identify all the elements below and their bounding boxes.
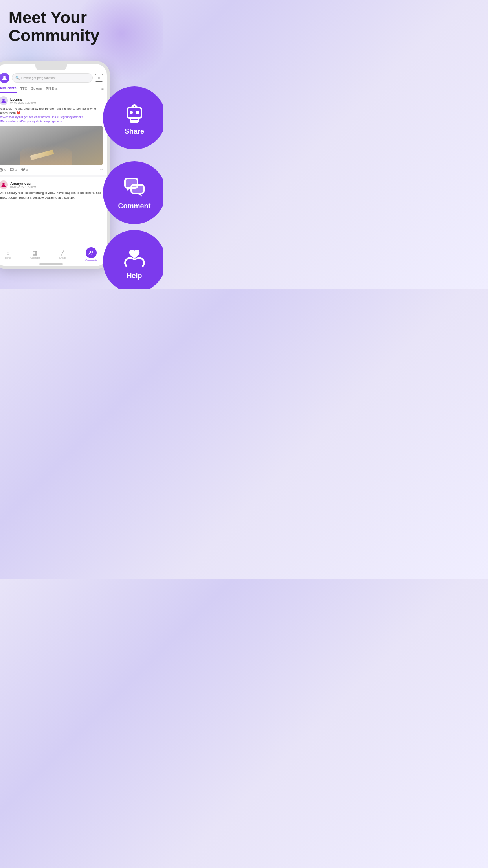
tab-stress[interactable]: Stress <box>31 86 42 92</box>
nav-community-label: Community <box>85 259 97 261</box>
post-card-2: Anonymous 04-08-2022 10:20PM Ok. I alrea… <box>0 177 107 204</box>
post-2-avatar <box>0 180 8 189</box>
post-more-icon[interactable]: ··· <box>100 167 103 172</box>
post-1-text: Just took my last pregnancy test before … <box>0 107 103 123</box>
action-views: 6 <box>0 168 6 172</box>
svg-rect-16 <box>131 185 144 193</box>
action-likes: 3 <box>21 168 28 172</box>
app-logo-icon <box>1 75 7 81</box>
nav-charts[interactable]: ╱ Charts <box>59 250 66 259</box>
views-count: 6 <box>4 168 6 171</box>
post-1-actions: 6 1 3 ··· <box>0 167 103 172</box>
svg-point-1 <box>2 99 5 101</box>
post-2-text: Ok. I already feel like something is wro… <box>0 191 103 199</box>
tabs-bar: New Posts TTC Stress RN Dia ≡ <box>0 85 107 93</box>
help-circle[interactable]: Help <box>103 230 163 289</box>
tab-new-posts[interactable]: New Posts <box>0 86 17 93</box>
post-2-meta: Anonymous 04-08-2022 10:20PM <box>10 182 36 188</box>
share-label: Share <box>125 127 144 136</box>
comment-circle[interactable]: Comment <box>103 161 163 224</box>
tab-more-icon[interactable]: ≡ <box>101 87 104 92</box>
search-bar[interactable]: 🔍 How to get pregnant fast <box>12 73 93 83</box>
post-1-meta: Louisa 04-08-2022 10:20PM <box>10 97 36 104</box>
community-nav-icon <box>88 250 94 256</box>
hero-line1: Meet Your <box>9 9 99 27</box>
comment-icon <box>123 175 146 199</box>
community-nav-dot <box>86 247 97 258</box>
post-1-header: Louisa 04-08-2022 10:20PM <box>0 96 103 105</box>
svg-point-5 <box>2 183 5 185</box>
help-label: Help <box>127 272 142 280</box>
bottom-nav: ⌂ Home ▦ Calendar ╱ Charts <box>0 245 107 266</box>
post-2-author: Anonymous <box>10 182 36 186</box>
nav-home-label: Home <box>5 257 11 259</box>
svg-rect-4 <box>10 168 13 171</box>
svg-rect-8 <box>127 108 141 118</box>
svg-point-7 <box>92 251 93 253</box>
comments-count: 1 <box>15 168 17 171</box>
phone-frame: 🔍 How to get pregnant fast ✉ New Posts T… <box>0 61 110 269</box>
home-nav-icon: ⌂ <box>6 250 9 256</box>
post-1-avatar <box>0 96 8 105</box>
nav-community[interactable]: Community <box>85 247 97 261</box>
phone-home-bar <box>39 263 63 265</box>
comment-label: Comment <box>118 202 150 210</box>
post-1-tags: #5Weeks4Days #DyeStealer #PremomTips #Pr… <box>0 115 103 123</box>
post-1-image <box>0 126 103 165</box>
likes-count: 3 <box>26 168 28 171</box>
svg-point-3 <box>1 169 2 170</box>
app-avatar <box>0 73 9 83</box>
post-1-author: Louisa <box>10 97 36 101</box>
svg-point-9 <box>130 111 133 114</box>
share-icon <box>123 101 146 124</box>
action-comments: 1 <box>10 168 17 172</box>
calendar-nav-icon: ▦ <box>33 250 38 256</box>
post-1-date: 04-08-2022 10:20PM <box>10 101 36 104</box>
help-icon <box>122 243 147 268</box>
post-2-date: 04-08-2022 10:20PM <box>10 186 36 188</box>
nav-charts-label: Charts <box>59 257 66 259</box>
nav-calendar-label: Calendar <box>30 257 40 259</box>
svg-point-10 <box>136 111 139 114</box>
mail-icon[interactable]: ✉ <box>95 74 103 82</box>
hero-text: Meet Your Community <box>9 9 99 45</box>
tab-rn-dia[interactable]: RN Dia <box>46 86 58 92</box>
search-icon: 🔍 <box>15 76 20 80</box>
tab-ttc[interactable]: TTC <box>20 86 28 92</box>
phone-content: 🔍 How to get pregnant fast ✉ New Posts T… <box>0 64 107 266</box>
search-placeholder-text: How to get pregnant fast <box>21 76 55 80</box>
post-card-1: Louisa 04-08-2022 10:20PM Just took my l… <box>0 93 107 177</box>
post-2-header: Anonymous 04-08-2022 10:20PM <box>0 180 103 189</box>
share-circle[interactable]: Share <box>103 86 163 149</box>
nav-calendar[interactable]: ▦ Calendar <box>30 250 40 259</box>
phone-notch <box>35 64 67 70</box>
charts-nav-icon: ╱ <box>61 250 64 256</box>
nav-home[interactable]: ⌂ Home <box>5 250 11 259</box>
app-header: 🔍 How to get pregnant fast ✉ <box>0 70 107 85</box>
phone-mockup: 🔍 How to get pregnant fast ✉ New Posts T… <box>0 61 110 269</box>
hero-line2: Community <box>9 27 99 45</box>
svg-point-6 <box>90 251 92 253</box>
